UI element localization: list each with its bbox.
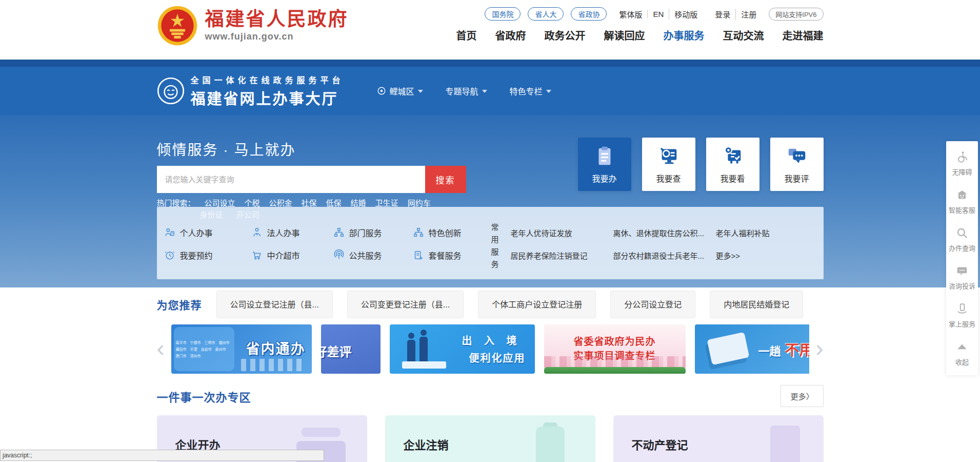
sidebar-item-consult-complaint[interactable]: 咨询投诉 (946, 258, 978, 296)
service-personal[interactable]: 个人办事 (164, 226, 251, 239)
nav-services[interactable]: 办事服务 (664, 28, 705, 43)
hot-search-item[interactable]: 公司设立 (205, 197, 235, 208)
card-decor-graphic (302, 428, 341, 437)
figure-graphic (407, 340, 415, 363)
nav-provincial-gov[interactable]: 省政府 (495, 28, 526, 43)
recommend-item[interactable]: 公司变更登记注册（县... (347, 291, 464, 318)
service-label: 部门服务 (349, 226, 382, 239)
hot-search-item[interactable]: 社保 (302, 197, 317, 208)
recommend-item[interactable]: 公司设立登记注册（县... (216, 291, 333, 318)
hot-search-item[interactable]: 公积金 (269, 197, 292, 208)
service-agency-market[interactable]: 中介超市 (251, 249, 333, 261)
sidebar-item-smart-service[interactable]: 智能客服 (946, 182, 978, 220)
site-header: 福建省人民政府 www.fujian.gov.cn 国务院 省人大 省政协 繁体… (0, 0, 980, 60)
lang-traditional[interactable]: 繁体版 (614, 9, 647, 20)
hot-search-item[interactable]: 低保 (326, 197, 342, 208)
login-link[interactable]: 登录 (710, 9, 735, 20)
common-service-link[interactable]: 部分农村籍退役士兵老年... (613, 250, 716, 261)
banner-carousel: ‹ 南平市 宁德市 三明市 福州市 莆田市 平潭 龙岩市 泉州市 厦门市 (157, 324, 824, 374)
banner-one-trip[interactable]: 一趟 不用 (695, 324, 809, 374)
banner-text2: 不用 (785, 339, 809, 359)
service-legal-person[interactable]: 法人办事 (251, 226, 333, 239)
common-service-link[interactable]: 离休、退休提取住房公积... (613, 227, 716, 238)
sidebar-item-collapse[interactable]: 收起 (946, 334, 978, 372)
service-public[interactable]: 公共服务 (333, 249, 413, 261)
common-service-link[interactable]: 老年人福利补贴 (716, 227, 821, 238)
hero-slogan: 倾情服务 · 马上就办 (157, 139, 296, 159)
map-city-label: 福州市 (219, 340, 230, 345)
topic-nav-menu[interactable]: 专题导航 (446, 85, 487, 97)
skyline-graphic (544, 356, 686, 368)
recommend-item[interactable]: 内地居民结婚登记 (710, 291, 803, 318)
search-button[interactable]: 搜索 (425, 166, 466, 193)
laptop-graphic (707, 332, 749, 365)
banner-public-survey[interactable]: 省委省政府为民办 实事项目调查专栏 (544, 324, 686, 374)
service-appointment[interactable]: 我要预约 (164, 249, 251, 261)
lang-mobile[interactable]: 移动版 (669, 9, 703, 20)
hot-search-item[interactable]: 个税 (245, 197, 260, 208)
gov-link-shengzhengxie[interactable]: 省政协 (571, 7, 607, 21)
common-service-link[interactable]: 居民养老保险注销登记 (511, 250, 613, 261)
search-input[interactable] (157, 166, 425, 193)
legal-person-icon (251, 227, 263, 238)
lang-en[interactable]: EN (647, 10, 669, 18)
banner-province-wide-service[interactable]: 南平市 宁德市 三明市 福州市 莆田市 平潭 龙岩市 泉州市 厦门市 漳州市 省… (171, 324, 312, 374)
action-card-woyaocha[interactable]: 我要查 (642, 138, 695, 191)
hot-search-item[interactable]: 身份证 (200, 209, 223, 220)
carousel-prev-button[interactable]: ‹ (157, 332, 165, 364)
hot-search-item[interactable]: 开公司 (236, 209, 259, 220)
recommend-item[interactable]: 分公司设立登记 (610, 291, 695, 318)
nav-gov-affairs[interactable]: 政务公开 (545, 28, 586, 43)
map-city-label: 三明市 (205, 340, 215, 345)
service-label: 特色创新 (429, 226, 462, 239)
card-decor-graphic (536, 427, 565, 462)
register-link[interactable]: 注册 (735, 9, 762, 20)
nav-interaction[interactable]: 互动交流 (723, 28, 764, 43)
hot-search-item[interactable]: 网约车 (408, 197, 431, 208)
service-department[interactable]: 部门服务 (333, 226, 413, 239)
header-utility-row: 国务院 省人大 省政协 繁体版 EN 移动版 登录 注册 网站支持IPV6 (485, 7, 823, 21)
service-package[interactable]: 套餐服务 (413, 249, 495, 261)
nav-home[interactable]: 首页 (456, 28, 477, 43)
topic-nav-label: 专题导航 (446, 85, 478, 97)
action-card-label: 我要办 (592, 172, 616, 184)
banner-title-line1: 省委省政府为民办 (544, 334, 686, 348)
ipv6-badge: 网站支持IPV6 (769, 8, 823, 21)
hot-search-item[interactable]: 结婚 (351, 197, 366, 208)
carousel-next-button[interactable]: › (815, 332, 823, 364)
map-city-label: 莆田市 (176, 346, 187, 352)
more-common-services-link[interactable]: 更多>> (716, 250, 821, 261)
hot-search-row: 热门搜索： 公司设立 个税 公积金 社保 低保 结婚 卫生证 网约车 (157, 197, 431, 208)
counter-graphic (402, 361, 446, 369)
treeline-graphic (544, 367, 686, 374)
broadcast-icon (333, 249, 345, 261)
card-real-estate[interactable]: 不动产登记 不动产交易、办税、登记、全过程“一窗受理、一... (613, 415, 824, 462)
action-card-woyaoping[interactable]: 我要评 (770, 138, 824, 191)
gov-link-shengrenda[interactable]: 省人大 (528, 7, 564, 21)
nav-about-fujian[interactable]: 走进福建 (783, 28, 824, 43)
gov-link-guowuyuan[interactable]: 国务院 (485, 7, 521, 21)
browser-status-tooltip: javascript:; (0, 450, 324, 461)
site-logo[interactable]: 福建省人民政府 www.fujian.gov.cn (157, 5, 349, 46)
common-service-link[interactable]: 老年人优待证发放 (511, 227, 613, 238)
special-column-menu[interactable]: 特色专栏 (510, 85, 551, 97)
figure-graphic (408, 333, 414, 339)
sidebar-item-case-query[interactable]: 办件查询 (946, 220, 978, 258)
region-selector[interactable]: 鲤城区 (377, 85, 423, 97)
recommend-item[interactable]: 个体工商户设立登记注册 (478, 291, 596, 318)
sidebar-item-accessibility[interactable]: 无障碍 (946, 144, 978, 182)
more-button[interactable]: 更多〉 (781, 385, 823, 407)
nav-interpretation[interactable]: 解读回应 (604, 28, 645, 43)
action-card-woyaoban[interactable]: 我要办 (578, 138, 631, 191)
sidebar-item-mobile-service[interactable]: 掌上服务 (946, 296, 978, 334)
service-innovation[interactable]: 特色创新 (413, 226, 495, 239)
banner-text1: 一趟 (758, 342, 781, 358)
recommend-title: 为您推荐 (157, 297, 202, 312)
hot-search-item[interactable]: 卫生证 (375, 197, 398, 208)
banner-service-rating[interactable]: 好差评 (321, 324, 381, 374)
carousel-track: 南平市 宁德市 三明市 福州市 莆田市 平潭 龙岩市 泉州市 厦门市 漳州市 省… (171, 324, 809, 374)
banner-exit-entry[interactable]: 出 入 境 便利化应用 (390, 324, 535, 374)
card-enterprise-cancel[interactable]: 企业注销 企业注销一窗通办，减少企业跑动次数 (385, 415, 595, 462)
action-card-woyaokan[interactable]: 我要看 (706, 138, 759, 191)
sidebar-item-label: 无障碍 (952, 167, 972, 177)
